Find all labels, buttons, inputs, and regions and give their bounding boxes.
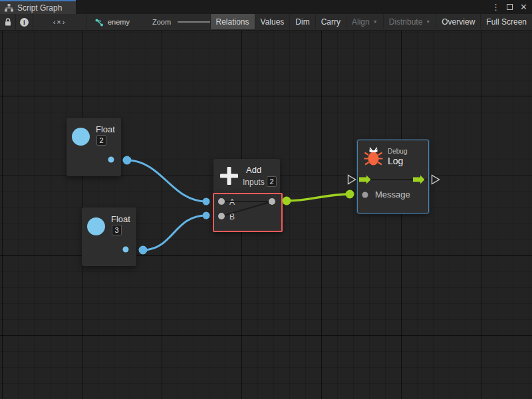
zoom-label: Zoom <box>152 18 171 26</box>
node-float-1[interactable]: Float 2 <box>66 118 121 176</box>
plus-icon <box>219 166 239 189</box>
fullscreen-button[interactable]: Full Screen <box>480 14 532 29</box>
info-button[interactable]: i <box>16 14 33 30</box>
values-button[interactable]: Values <box>255 14 290 29</box>
graph-network-icon <box>94 18 104 27</box>
wire-dot[interactable] <box>203 198 210 205</box>
node-debug-log-selected[interactable]: Debug Log Message <box>357 140 429 213</box>
flow-port-left-triangle-icon[interactable] <box>348 176 356 184</box>
wire-dot[interactable] <box>203 212 210 219</box>
inputs-count-field[interactable]: 2 <box>267 176 277 187</box>
node-title: Log <box>388 156 403 166</box>
chevron-down-icon: ▼ <box>426 19 430 24</box>
wire-float1-to-add-a[interactable] <box>127 160 206 201</box>
graph-toolbar: i ‹×› enemy Zoom 1x Relations Values Dim <box>0 14 532 31</box>
relations-button[interactable]: Relations <box>210 14 255 29</box>
distribute-dropdown[interactable]: Distribute ▼ <box>383 14 436 29</box>
wire-dot[interactable] <box>139 246 148 255</box>
node-category: Debug <box>388 148 407 155</box>
lock-icon <box>4 17 12 27</box>
port-label-a: A <box>229 198 235 207</box>
inputs-label: Inputs <box>243 178 265 187</box>
graph-hierarchy-icon <box>5 4 13 12</box>
float-value-field[interactable]: 2 <box>96 135 106 146</box>
node-title: Add <box>246 165 261 175</box>
toolbar-buttons: Relations Values Dim Carry Align ▼ Distr… <box>210 14 532 29</box>
dim-button[interactable]: Dim <box>289 14 315 29</box>
flow-port-right-triangle-icon[interactable] <box>432 176 440 184</box>
window-controls: ⋮ ✕ <box>490 0 529 14</box>
message-port-label: Message <box>375 190 410 200</box>
node-add[interactable]: Add Inputs 2 <box>213 159 280 193</box>
tab-script-graph[interactable]: Script Graph <box>0 0 76 14</box>
wire-dot[interactable] <box>346 190 354 199</box>
maximize-button[interactable] <box>504 1 515 13</box>
graph-name: enemy <box>108 18 130 26</box>
float-value-field[interactable]: 3 <box>112 225 122 235</box>
graph-breadcrumb[interactable]: enemy <box>86 14 130 30</box>
script-graph-window: Script Graph ⋮ ✕ i ‹×› <box>0 0 532 399</box>
graph-canvas[interactable]: Float 2 Float 3 Add Inputs 2 A B <box>0 31 532 399</box>
float-value-circle-icon <box>72 128 90 146</box>
overview-button[interactable]: Overview <box>436 14 480 29</box>
close-icon: ✕ <box>520 3 527 11</box>
wire-add-to-debug-log[interactable] <box>287 194 350 201</box>
debug-bug-icon <box>364 146 383 169</box>
info-icon: i <box>20 18 29 27</box>
maximize-icon <box>507 4 513 10</box>
lock-button[interactable] <box>0 14 15 30</box>
add-ports-panel-highlighted[interactable]: A B <box>213 193 283 232</box>
code-icon: ‹×› <box>53 18 66 26</box>
node-title: Float <box>111 214 130 224</box>
float-value-circle-icon <box>87 217 105 235</box>
align-dropdown[interactable]: Align ▼ <box>346 14 383 29</box>
window-tab-bar: Script Graph ⋮ ✕ <box>0 0 532 14</box>
window-menu-button[interactable]: ⋮ <box>490 1 501 13</box>
close-button[interactable]: ✕ <box>518 1 529 13</box>
wire-float2-to-add-b[interactable] <box>143 215 206 250</box>
wire-dot[interactable] <box>123 156 132 165</box>
wire-dot[interactable] <box>283 197 291 205</box>
chevron-down-icon: ▼ <box>373 19 378 24</box>
kebab-menu-icon: ⋮ <box>491 3 500 11</box>
tab-title: Script Graph <box>17 3 62 13</box>
port-label-b: B <box>229 212 235 221</box>
code-view-button[interactable]: ‹×› <box>33 14 86 30</box>
node-title: Float <box>96 124 115 134</box>
carry-button[interactable]: Carry <box>315 14 346 29</box>
node-float-2[interactable]: Float 3 <box>82 207 136 266</box>
